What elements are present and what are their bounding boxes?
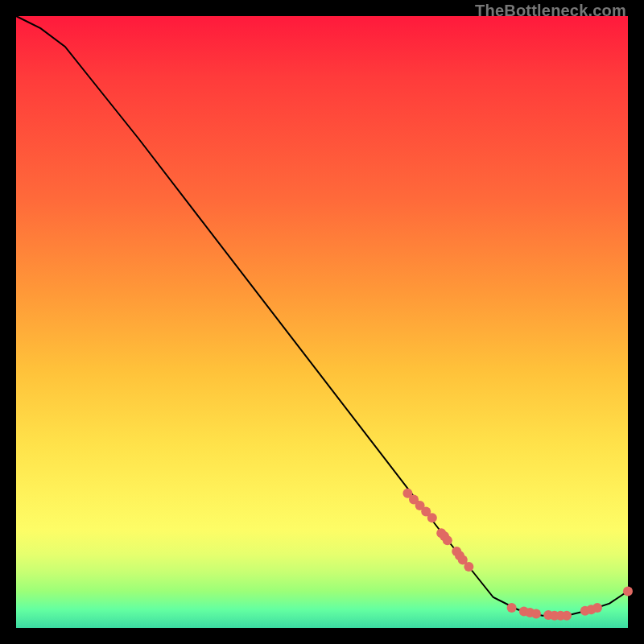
data-point [464,562,473,572]
data-point [562,611,572,621]
chart-frame: TheBottleneck.com [0,0,644,644]
data-point [531,609,541,619]
watermark-text: TheBottleneck.com [475,2,626,20]
data-point [623,586,633,596]
data-point [592,603,602,613]
data-point [443,535,452,545]
chart-svg [16,16,628,628]
bottleneck-curve [16,16,628,616]
data-point [427,513,437,522]
data-point [507,603,517,613]
plot-area [16,16,628,628]
data-markers [402,489,633,621]
